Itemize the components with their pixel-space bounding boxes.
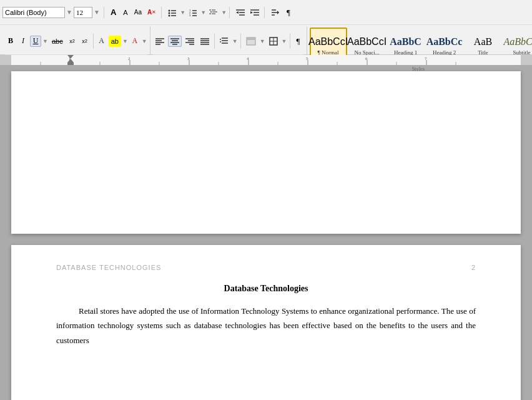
header-right: 2 (471, 264, 476, 271)
superscript-btn[interactable]: x2 (79, 36, 91, 47)
toolbar-row2: B I U ▼ abc x2 x2 A ab ▼ A ▼ Font (0, 25, 532, 52)
svg-text:6: 6 (365, 56, 368, 61)
font-name-arrow[interactable]: ▼ (66, 9, 72, 16)
svg-rect-84 (67, 62, 74, 65)
svg-point-2 (169, 12, 170, 14)
font-size-group: A A Aa A✕ (106, 7, 162, 18)
align-center-btn[interactable] (168, 36, 182, 47)
svg-text:5: 5 (306, 56, 308, 61)
toolbar: Calibri (Body) ▼ 12 ▼ A A Aa A✕ ▼ 1.2.3.… (0, 0, 532, 55)
font-color-btn[interactable]: A (129, 36, 140, 47)
increase-indent-btn[interactable] (248, 7, 262, 18)
indent-group (231, 7, 265, 18)
list-bullet-arrow[interactable]: ▼ (180, 9, 185, 16)
bold-btn[interactable]: B (5, 36, 16, 47)
svg-marker-49 (220, 38, 221, 40)
highlight-arrow[interactable]: ▼ (122, 38, 128, 44)
show-paragraph-btn[interactable]: ¶ (283, 7, 294, 18)
svg-point-0 (169, 9, 170, 11)
svg-text:3: 3 (187, 56, 190, 61)
toolbar-row1: Calibri (Body) ▼ 12 ▼ A A Aa A✕ ▼ 1.2.3.… (0, 0, 532, 25)
font-controls: B I U ▼ abc x2 x2 A ab ▼ A ▼ (5, 28, 147, 54)
svg-text:7: 7 (425, 56, 427, 61)
page-2-header: DATABASE TECHNOLOGIES 2 (56, 264, 476, 271)
style-heading2-preview: AaBbCc (426, 36, 463, 48)
italic-btn[interactable]: I (17, 36, 29, 47)
align-right-btn[interactable] (183, 36, 197, 47)
strikethrough-btn[interactable]: abc (49, 36, 66, 47)
shrink-font-btn[interactable]: A (120, 7, 131, 18)
line-spacing-arrow[interactable]: ▼ (232, 38, 238, 44)
svg-rect-52 (247, 38, 255, 40)
svg-text:4: 4 (247, 56, 249, 61)
svg-text:2: 2 (128, 56, 131, 61)
svg-point-16 (210, 13, 211, 14)
clear-format-btn[interactable]: A✕ (145, 7, 159, 18)
subscript-btn[interactable]: x2 (67, 36, 78, 47)
paragraph-controls: ▼ ▼ ▼ ¶ (153, 28, 304, 54)
shading-arrow[interactable]: ▼ (260, 38, 265, 44)
list-number-arrow[interactable]: ▼ (200, 9, 206, 16)
underline-btn[interactable]: U (30, 36, 41, 47)
svg-marker-50 (220, 41, 221, 43)
document-area[interactable]: DATABASE TECHNOLOGIES 2 Database Technol… (0, 65, 532, 400)
sort-btn[interactable] (268, 7, 282, 18)
style-heading1-preview: AaBbC (390, 36, 421, 48)
list-number-btn[interactable]: 1.2.3. (186, 7, 200, 18)
borders-arrow[interactable]: ▼ (282, 38, 287, 44)
font-name-box[interactable]: Calibri (Body) (2, 7, 65, 18)
style-subtitle-preview: AaBbC... (503, 36, 532, 48)
align-justify-btn[interactable] (198, 36, 212, 47)
svg-text:3.: 3. (189, 14, 191, 17)
list-group: ▼ 1.2.3. ▼ ▼ (163, 7, 230, 18)
highlight-btn[interactable]: ab (109, 36, 121, 47)
shading-btn[interactable] (244, 36, 259, 47)
decrease-indent-btn[interactable] (234, 7, 247, 18)
paragraph-mark-btn[interactable]: ¶ (293, 36, 304, 47)
header-left: DATABASE TECHNOLOGIES (56, 264, 161, 271)
case-btn[interactable]: Aa (132, 7, 144, 18)
text-effect-btn[interactable]: A (96, 36, 107, 47)
font-size-box[interactable]: 12 (74, 7, 92, 18)
svg-rect-57 (0, 55, 11, 65)
page-2-title: Database Technologies (56, 284, 476, 294)
list-bullet-btn[interactable] (165, 7, 179, 18)
paragraph-1: Retail stores have adopted the use of In… (56, 304, 476, 348)
multilevel-list-btn[interactable] (207, 7, 220, 18)
style-nospace-preview: AaBbCcI (347, 36, 387, 48)
page-1[interactable] (11, 71, 521, 234)
ruler: 1 2 3 4 5 6 7 (0, 55, 532, 65)
svg-point-12 (210, 9, 211, 11)
style-normal-preview: AaBbCcI (308, 36, 348, 48)
page-2[interactable]: DATABASE TECHNOLOGIES 2 Database Technol… (11, 245, 521, 400)
font-color-arrow[interactable]: ▼ (142, 38, 147, 44)
svg-marker-19 (236, 11, 239, 14)
align-left-btn[interactable] (153, 36, 167, 47)
svg-rect-59 (11, 55, 521, 65)
borders-btn[interactable] (267, 36, 280, 47)
svg-marker-23 (250, 11, 253, 14)
sort-group: ¶ (266, 7, 297, 18)
svg-point-4 (169, 14, 170, 16)
grow-font-btn[interactable]: A (108, 7, 119, 18)
line-spacing-btn[interactable] (217, 36, 231, 47)
page-2-body[interactable]: Retail stores have adopted the use of In… (56, 304, 476, 348)
underline-arrow[interactable]: ▼ (42, 38, 48, 44)
multilevel-list-arrow[interactable]: ▼ (221, 9, 227, 16)
svg-point-14 (210, 11, 212, 12)
style-title-preview: AaB (474, 36, 492, 48)
svg-marker-29 (277, 11, 279, 14)
font-size-arrow[interactable]: ▼ (94, 9, 100, 16)
page-gap (0, 234, 532, 245)
svg-rect-58 (521, 55, 532, 65)
